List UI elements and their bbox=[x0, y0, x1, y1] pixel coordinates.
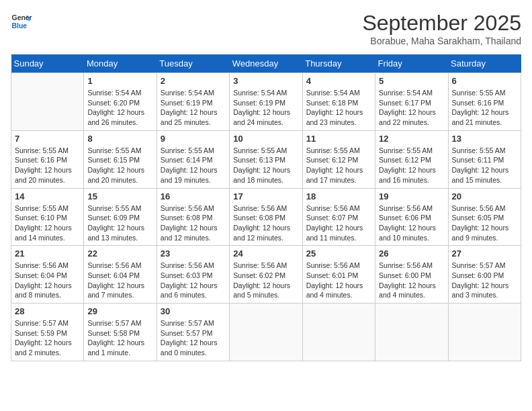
day-info: Sunrise: 5:57 AM Sunset: 5:59 PM Dayligh… bbox=[15, 318, 80, 358]
day-number: 29 bbox=[87, 306, 152, 316]
calendar-week-4: 21Sunrise: 5:56 AM Sunset: 6:04 PM Dayli… bbox=[11, 246, 521, 304]
calendar-week-3: 14Sunrise: 5:55 AM Sunset: 6:10 PM Dayli… bbox=[11, 188, 521, 246]
day-info: Sunrise: 5:55 AM Sunset: 6:16 PM Dayligh… bbox=[452, 88, 517, 128]
calendar-week-2: 7Sunrise: 5:55 AM Sunset: 6:16 PM Daylig… bbox=[11, 130, 521, 188]
day-number: 23 bbox=[161, 248, 226, 259]
day-info: Sunrise: 5:56 AM Sunset: 6:07 PM Dayligh… bbox=[306, 203, 371, 243]
day-info: Sunrise: 5:55 AM Sunset: 6:16 PM Dayligh… bbox=[15, 146, 80, 185]
day-info: Sunrise: 5:56 AM Sunset: 6:06 PM Dayligh… bbox=[379, 203, 444, 243]
day-info: Sunrise: 5:57 AM Sunset: 5:57 PM Dayligh… bbox=[161, 318, 226, 358]
day-info: Sunrise: 5:55 AM Sunset: 6:15 PM Dayligh… bbox=[87, 146, 152, 185]
calendar-cell: 30Sunrise: 5:57 AM Sunset: 5:57 PM Dayli… bbox=[157, 304, 229, 361]
calendar-cell: 29Sunrise: 5:57 AM Sunset: 5:58 PM Dayli… bbox=[84, 304, 157, 361]
day-number: 10 bbox=[233, 134, 298, 144]
day-number: 13 bbox=[452, 134, 517, 144]
day-info: Sunrise: 5:54 AM Sunset: 6:20 PM Dayligh… bbox=[87, 88, 152, 128]
day-info: Sunrise: 5:56 AM Sunset: 6:02 PM Dayligh… bbox=[233, 261, 298, 300]
day-info: Sunrise: 5:55 AM Sunset: 6:12 PM Dayligh… bbox=[379, 146, 444, 185]
day-number: 20 bbox=[452, 191, 517, 201]
day-info: Sunrise: 5:55 AM Sunset: 6:14 PM Dayligh… bbox=[161, 146, 226, 185]
calendar-cell: 18Sunrise: 5:56 AM Sunset: 6:07 PM Dayli… bbox=[302, 188, 375, 246]
logo-icon: General Blue bbox=[11, 11, 32, 32]
day-info: Sunrise: 5:56 AM Sunset: 6:05 PM Dayligh… bbox=[452, 203, 517, 243]
calendar-cell: 12Sunrise: 5:55 AM Sunset: 6:12 PM Dayli… bbox=[375, 130, 448, 188]
day-info: Sunrise: 5:56 AM Sunset: 6:01 PM Dayligh… bbox=[306, 261, 371, 300]
day-number: 18 bbox=[306, 191, 371, 201]
day-number: 6 bbox=[452, 76, 517, 86]
day-info: Sunrise: 5:56 AM Sunset: 6:04 PM Dayligh… bbox=[15, 261, 80, 300]
day-number: 28 bbox=[15, 306, 80, 316]
day-number: 8 bbox=[87, 134, 152, 144]
calendar-week-5: 28Sunrise: 5:57 AM Sunset: 5:59 PM Dayli… bbox=[11, 304, 521, 361]
day-info: Sunrise: 5:55 AM Sunset: 6:11 PM Dayligh… bbox=[452, 146, 517, 185]
day-number: 1 bbox=[87, 76, 152, 86]
calendar-cell: 25Sunrise: 5:56 AM Sunset: 6:01 PM Dayli… bbox=[302, 246, 375, 304]
day-info: Sunrise: 5:54 AM Sunset: 6:17 PM Dayligh… bbox=[379, 88, 444, 128]
day-info: Sunrise: 5:56 AM Sunset: 6:08 PM Dayligh… bbox=[161, 203, 226, 243]
calendar-cell bbox=[11, 73, 84, 131]
page-header: General Blue September 2025 Borabue, Mah… bbox=[11, 11, 521, 46]
day-number: 12 bbox=[379, 134, 444, 144]
day-number: 22 bbox=[87, 248, 152, 259]
calendar-cell: 8Sunrise: 5:55 AM Sunset: 6:15 PM Daylig… bbox=[84, 130, 157, 188]
calendar-cell: 2Sunrise: 5:54 AM Sunset: 6:19 PM Daylig… bbox=[157, 73, 229, 131]
day-info: Sunrise: 5:56 AM Sunset: 6:03 PM Dayligh… bbox=[161, 261, 226, 300]
day-number: 25 bbox=[306, 248, 371, 259]
calendar-cell: 17Sunrise: 5:56 AM Sunset: 6:08 PM Dayli… bbox=[230, 188, 302, 246]
weekday-header-wednesday: Wednesday bbox=[230, 54, 302, 73]
calendar-cell: 16Sunrise: 5:56 AM Sunset: 6:08 PM Dayli… bbox=[157, 188, 229, 246]
day-info: Sunrise: 5:54 AM Sunset: 6:18 PM Dayligh… bbox=[306, 88, 371, 128]
location-subtitle: Borabue, Maha Sarakham, Thailand bbox=[362, 36, 521, 46]
day-number: 9 bbox=[161, 134, 226, 144]
calendar-cell: 20Sunrise: 5:56 AM Sunset: 6:05 PM Dayli… bbox=[448, 188, 521, 246]
calendar-cell: 21Sunrise: 5:56 AM Sunset: 6:04 PM Dayli… bbox=[11, 246, 84, 304]
day-info: Sunrise: 5:57 AM Sunset: 5:58 PM Dayligh… bbox=[87, 318, 152, 358]
calendar-cell: 26Sunrise: 5:56 AM Sunset: 6:00 PM Dayli… bbox=[375, 246, 448, 304]
title-block: September 2025 Borabue, Maha Sarakham, T… bbox=[362, 11, 521, 46]
weekday-header-row: SundayMondayTuesdayWednesdayThursdayFrid… bbox=[11, 54, 521, 73]
calendar-cell bbox=[375, 304, 448, 361]
day-number: 26 bbox=[379, 248, 444, 259]
calendar-cell: 6Sunrise: 5:55 AM Sunset: 6:16 PM Daylig… bbox=[448, 73, 521, 131]
logo: General Blue bbox=[11, 11, 32, 32]
calendar-cell: 23Sunrise: 5:56 AM Sunset: 6:03 PM Dayli… bbox=[157, 246, 229, 304]
calendar-cell: 5Sunrise: 5:54 AM Sunset: 6:17 PM Daylig… bbox=[375, 73, 448, 131]
calendar-cell: 7Sunrise: 5:55 AM Sunset: 6:16 PM Daylig… bbox=[11, 130, 84, 188]
day-number: 4 bbox=[306, 76, 371, 86]
day-number: 16 bbox=[161, 191, 226, 201]
calendar-week-1: 1Sunrise: 5:54 AM Sunset: 6:20 PM Daylig… bbox=[11, 73, 521, 131]
day-info: Sunrise: 5:55 AM Sunset: 6:09 PM Dayligh… bbox=[87, 203, 152, 243]
day-number: 21 bbox=[15, 248, 80, 259]
calendar-cell: 1Sunrise: 5:54 AM Sunset: 6:20 PM Daylig… bbox=[84, 73, 157, 131]
weekday-header-saturday: Saturday bbox=[448, 54, 521, 73]
calendar-cell: 24Sunrise: 5:56 AM Sunset: 6:02 PM Dayli… bbox=[230, 246, 302, 304]
calendar-cell: 13Sunrise: 5:55 AM Sunset: 6:11 PM Dayli… bbox=[448, 130, 521, 188]
day-number: 17 bbox=[233, 191, 298, 201]
calendar-cell: 9Sunrise: 5:55 AM Sunset: 6:14 PM Daylig… bbox=[157, 130, 229, 188]
day-number: 30 bbox=[161, 306, 226, 316]
month-title: September 2025 bbox=[362, 11, 521, 36]
day-number: 15 bbox=[87, 191, 152, 201]
day-info: Sunrise: 5:54 AM Sunset: 6:19 PM Dayligh… bbox=[161, 88, 226, 128]
day-info: Sunrise: 5:54 AM Sunset: 6:19 PM Dayligh… bbox=[233, 88, 298, 128]
day-info: Sunrise: 5:56 AM Sunset: 6:00 PM Dayligh… bbox=[379, 261, 444, 300]
calendar-cell: 28Sunrise: 5:57 AM Sunset: 5:59 PM Dayli… bbox=[11, 304, 84, 361]
day-number: 2 bbox=[161, 76, 226, 86]
day-info: Sunrise: 5:57 AM Sunset: 6:00 PM Dayligh… bbox=[452, 261, 517, 300]
calendar-cell: 3Sunrise: 5:54 AM Sunset: 6:19 PM Daylig… bbox=[230, 73, 302, 131]
calendar-cell: 11Sunrise: 5:55 AM Sunset: 6:12 PM Dayli… bbox=[302, 130, 375, 188]
weekday-header-friday: Friday bbox=[375, 54, 448, 73]
day-number: 5 bbox=[379, 76, 444, 86]
calendar-cell: 22Sunrise: 5:56 AM Sunset: 6:04 PM Dayli… bbox=[84, 246, 157, 304]
day-number: 14 bbox=[15, 191, 80, 201]
calendar-cell: 4Sunrise: 5:54 AM Sunset: 6:18 PM Daylig… bbox=[302, 73, 375, 131]
weekday-header-thursday: Thursday bbox=[302, 54, 375, 73]
calendar-cell: 19Sunrise: 5:56 AM Sunset: 6:06 PM Dayli… bbox=[375, 188, 448, 246]
calendar-cell bbox=[230, 304, 302, 361]
calendar-cell: 27Sunrise: 5:57 AM Sunset: 6:00 PM Dayli… bbox=[448, 246, 521, 304]
day-info: Sunrise: 5:56 AM Sunset: 6:08 PM Dayligh… bbox=[233, 203, 298, 243]
day-info: Sunrise: 5:55 AM Sunset: 6:13 PM Dayligh… bbox=[233, 146, 298, 185]
weekday-header-monday: Monday bbox=[84, 54, 157, 73]
calendar-table: SundayMondayTuesdayWednesdayThursdayFrid… bbox=[11, 54, 521, 361]
weekday-header-tuesday: Tuesday bbox=[157, 54, 229, 73]
